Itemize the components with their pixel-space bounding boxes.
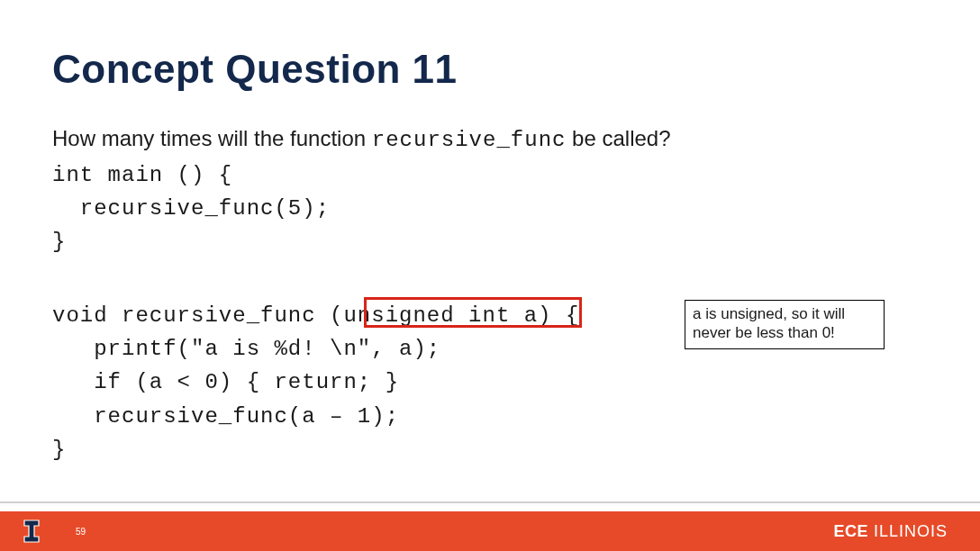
- question-suffix: be called?: [566, 126, 670, 150]
- slide-title: Concept Question 11: [52, 47, 458, 92]
- illinois-block-i-icon: [23, 519, 40, 543]
- question-text: How many times will the function recursi…: [52, 126, 671, 152]
- code-block-main: int main () { recursive_func(5); }: [52, 158, 330, 259]
- highlight-box: [364, 297, 582, 328]
- annotation-callout: a is unsigned, so it will never be less …: [685, 300, 885, 349]
- brand-illinois: ILLINOIS: [874, 522, 948, 541]
- divider-line: [0, 501, 980, 503]
- footer-left: 59: [23, 519, 86, 543]
- footer-bar: 59 ECE ILLINOIS: [0, 511, 980, 551]
- brand-ece: ECE: [833, 522, 868, 541]
- question-prefix: How many times will the function: [52, 126, 372, 150]
- question-inline-code: recursive_func: [372, 128, 567, 152]
- page-number: 59: [76, 527, 86, 537]
- footer-right: ECE ILLINOIS: [833, 522, 948, 541]
- slide: Concept Question 11 How many times will …: [0, 0, 980, 551]
